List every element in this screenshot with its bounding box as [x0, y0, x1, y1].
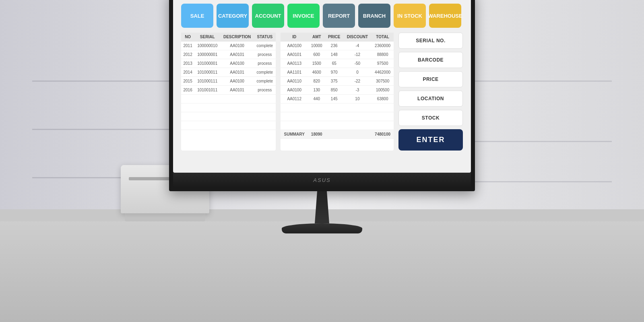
table-row-empty	[281, 103, 394, 112]
col-serial: SERIAL	[194, 33, 220, 41]
sales-table-section: NO SERIAL DESCRIPTION STATUS 20111000000…	[181, 33, 276, 151]
table-row: AA010010000236-42360000	[281, 41, 394, 50]
pos-application: SALECATEGORYACCOUNTINVOICEREPORTBRANCHIN…	[181, 4, 463, 151]
summary-row: SUMMARY180907480100	[281, 130, 394, 139]
serial-no-button[interactable]: SERIAL NO.	[398, 33, 463, 49]
nav-btn-category[interactable]: CATEGORY	[217, 4, 249, 28]
monitor-brand-label: ASUS	[313, 177, 330, 183]
col-discount: DISCOUNT	[343, 33, 372, 41]
table-row: AA0110820375-22307500	[281, 77, 394, 86]
table-row: 2015101000111AA0100complete	[181, 77, 276, 86]
price-button[interactable]: PRICE	[398, 71, 463, 87]
table-row-empty	[181, 112, 276, 121]
nav-btn-warehouse[interactable]: WAREHOUSE	[429, 4, 461, 28]
nav-btn-account[interactable]: ACCOUNT	[252, 4, 284, 28]
table-row: 2013101000001AA0100process	[181, 59, 276, 68]
col-price: PRICE	[325, 33, 343, 41]
table-row-empty	[281, 112, 394, 121]
action-panel: SERIAL NO. BARCODE PRICE LOCATION STOCK …	[398, 33, 463, 151]
monitor-screen: SALECATEGORYACCOUNTINVOICEREPORTBRANCHIN…	[173, 0, 471, 173]
stock-button[interactable]: STOCK	[398, 110, 463, 126]
nav-btn-invoice[interactable]: INVOICE	[287, 4, 320, 28]
invoice-table: ID AMT PRICE DISCOUNT TOTAL AA0100100002…	[281, 33, 394, 139]
nav-btn-sale[interactable]: SALE	[181, 4, 213, 28]
monitor-stand-base	[282, 223, 362, 233]
table-row: AA01124401451063800	[281, 95, 394, 103]
table-row-empty	[181, 95, 276, 103]
table-row: 2014101000011AA0101complete	[181, 68, 276, 77]
col-no: NO	[181, 33, 194, 41]
barcode-button[interactable]: BARCODE	[398, 52, 463, 68]
nav-btn-instock[interactable]: IN STOCK	[394, 4, 426, 28]
col-total: TOTAL	[372, 33, 394, 41]
sales-table: NO SERIAL DESCRIPTION STATUS 20111000000…	[181, 33, 276, 130]
table-row: 2016101001011AA0101process	[181, 86, 276, 95]
table-row-empty	[281, 121, 394, 130]
nav-btn-report[interactable]: REPORT	[323, 4, 355, 28]
col-description: DESCRIPTION	[220, 33, 254, 41]
table-row: AA1101460097004462000	[281, 68, 394, 77]
table-row-empty	[181, 121, 276, 130]
table-row: 2011100000010AA0100complete	[181, 41, 276, 50]
monitor-frame: SALECATEGORYACCOUNTINVOICEREPORTBRANCHIN…	[169, 0, 475, 191]
col-id: ID	[281, 33, 308, 41]
nav-btn-branch[interactable]: BRANCH	[358, 4, 390, 28]
table-row-empty	[181, 103, 276, 112]
monitor-bezel: ASUS	[173, 173, 471, 187]
enter-button[interactable]: ENTER	[398, 129, 463, 151]
table-row: AA0113150065-5097500	[281, 59, 394, 68]
invoice-table-section: ID AMT PRICE DISCOUNT TOTAL AA0100100002…	[281, 33, 394, 151]
table-row: AA0101600148-1288800	[281, 50, 394, 59]
table-row: AA0100130850-3100500	[281, 86, 394, 95]
nav-buttons-row: SALECATEGORYACCOUNTINVOICEREPORTBRANCHIN…	[181, 4, 463, 28]
col-status: STATUS	[254, 33, 275, 41]
monitor-stand-neck	[310, 191, 334, 223]
main-content-area: NO SERIAL DESCRIPTION STATUS 20111000000…	[181, 33, 463, 151]
location-button[interactable]: LOCATION	[398, 91, 463, 107]
col-amt: AMT	[308, 33, 325, 41]
monitor: SALECATEGORYACCOUNTINVOICEREPORTBRANCHIN…	[169, 0, 475, 233]
table-row: 2012100000001AA0101process	[181, 50, 276, 59]
